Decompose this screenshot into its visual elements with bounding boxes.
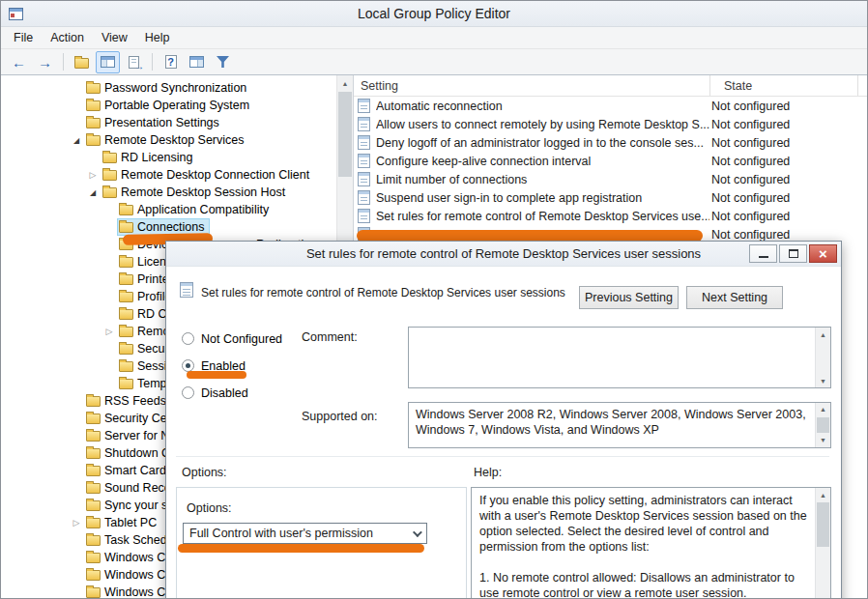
tree-item-body: Smart Card — [84, 462, 171, 479]
scroll-up-icon[interactable] — [337, 75, 353, 91]
chevron-down-icon[interactable] — [407, 525, 425, 542]
tree-item-body: RSS Feeds — [84, 392, 171, 410]
tree-collapsed-icon[interactable] — [101, 327, 117, 336]
settings-row-4[interactable]: Configure keep-alive connection interval… — [354, 152, 867, 170]
tree-expanded-icon[interactable] — [69, 136, 84, 145]
setting-name: Automatic reconnection — [376, 100, 709, 113]
window-titlebar[interactable]: Local Group Policy Editor — [1, 1, 867, 27]
radio-label: Not Configured — [201, 332, 282, 346]
up-one-level-button[interactable] — [70, 51, 94, 73]
tree-item-remote-desktop-services[interactable]: Remote Desktop Services — [1, 131, 353, 149]
dialog-titlebar[interactable]: Set rules for remote control of Remote D… — [166, 242, 841, 267]
scroll-up-icon[interactable] — [816, 403, 830, 416]
supported-on-scrollbar[interactable] — [815, 403, 830, 447]
setting-state: Not configured — [709, 191, 790, 205]
export-list-button[interactable] — [122, 51, 146, 73]
folder-icon — [86, 466, 101, 476]
previous-setting-button[interactable]: Previous Setting — [579, 286, 679, 309]
tree-item-body: Remote Desktop Session Host — [101, 184, 290, 201]
comment-scrollbar[interactable] — [815, 328, 830, 387]
settings-row-6[interactable]: Suspend user sign-in to complete app reg… — [354, 188, 867, 207]
policy-setting-icon — [358, 172, 370, 186]
tree-item-remote-desktop-session-host[interactable]: Remote Desktop Session Host — [1, 184, 353, 201]
tree-item-password-synchronization[interactable]: Password Synchronization — [1, 79, 353, 97]
tree-item-portable-operating-system[interactable]: Portable Operating System — [1, 97, 353, 114]
folder-icon — [119, 257, 133, 268]
setting-name: Set rules for remote control of Remote D… — [376, 210, 709, 223]
help-paragraph-1: If you enable this policy setting, admin… — [479, 493, 807, 555]
scroll-down-icon[interactable] — [816, 374, 830, 387]
menubar: File Action View Help — [1, 27, 867, 49]
scroll-up-icon[interactable] — [816, 328, 830, 341]
highlight-mark-dropdown — [178, 544, 424, 553]
show-console-tree-button[interactable] — [96, 51, 120, 73]
scroll-thumb[interactable] — [817, 502, 829, 547]
tree-item-remote-desktop-connection-client[interactable]: Remote Desktop Connection Client — [1, 166, 353, 184]
show-action-pane-button[interactable] — [185, 51, 209, 73]
menu-help[interactable]: Help — [136, 28, 179, 47]
tree-item-body: Application Compatibility — [117, 201, 274, 218]
tree-item-body: Remote Desktop Connection Client — [101, 166, 314, 184]
options-section-label: Options: — [182, 466, 227, 479]
help-scrollbar[interactable] — [815, 488, 830, 599]
tree-item-body: RD Licensing — [101, 149, 197, 166]
show-action-pane-icon — [189, 56, 204, 68]
column-header-setting[interactable]: Setting — [354, 75, 710, 96]
tree-collapsed-icon[interactable] — [69, 518, 84, 528]
tree-item-application-compatibility[interactable]: Application Compatibility — [1, 201, 353, 218]
tree-collapsed-icon[interactable] — [85, 170, 101, 180]
tree-item-body: Password Synchronization — [84, 79, 251, 97]
help-section-label: Help: — [474, 466, 502, 479]
scroll-up-icon[interactable] — [816, 488, 830, 501]
help-button[interactable] — [159, 51, 183, 73]
forward-button[interactable] — [33, 51, 57, 73]
maximize-button[interactable] — [779, 244, 807, 263]
remote-control-level-dropdown[interactable]: Full Control with user's permission — [183, 523, 427, 544]
tree-item-rd-licensing[interactable]: RD Licensing — [1, 149, 353, 166]
setting-name: Limit number of connections — [376, 173, 709, 186]
scroll-thumb[interactable] — [817, 417, 829, 433]
radio-disabled[interactable]: Disabled — [182, 386, 282, 399]
settings-row-7[interactable]: Set rules for remote control of Remote D… — [354, 207, 867, 225]
dropdown-selected-value: Full Control with user's permission — [189, 527, 373, 540]
comment-input[interactable] — [408, 327, 831, 388]
toolbar-separator — [63, 53, 64, 71]
settings-list-header: Setting State — [354, 75, 867, 97]
tree-item-label: Remote Desktop Connection Client — [121, 168, 309, 182]
next-setting-button[interactable]: Next Setting — [686, 286, 783, 309]
menu-file[interactable]: File — [5, 28, 42, 47]
toolbar — [1, 49, 867, 75]
scroll-thumb[interactable] — [338, 92, 352, 177]
settings-row-1[interactable]: Automatic reconnectionNot configured — [354, 97, 867, 115]
tree-item-presentation-settings[interactable]: Presentation Settings — [1, 114, 353, 131]
setting-state: Not configured — [709, 100, 790, 113]
policy-setting-icon — [358, 117, 370, 131]
settings-row-2[interactable]: Allow users to connect remotely by using… — [354, 115, 867, 133]
menu-action[interactable]: Action — [42, 28, 93, 47]
help-paragraph-2: 1. No remote control allowed: Disallows … — [479, 570, 807, 599]
filter-button[interactable] — [211, 51, 235, 73]
settings-rows: Automatic reconnectionNot configuredAllo… — [354, 97, 867, 243]
back-button[interactable] — [7, 51, 31, 73]
menu-view[interactable]: View — [93, 28, 136, 47]
tree-item-label: Remote Desktop Session Host — [121, 185, 285, 199]
scroll-down-icon[interactable] — [816, 434, 830, 447]
settings-row-3[interactable]: Deny logoff of an administrator logged i… — [354, 133, 867, 152]
show-console-tree-icon — [101, 56, 115, 68]
minimize-button[interactable] — [749, 244, 777, 263]
settings-row-5[interactable]: Limit number of connectionsNot configure… — [354, 170, 867, 188]
folder-icon — [86, 100, 101, 111]
policy-setting-icon — [358, 99, 370, 113]
radio-not-configured[interactable]: Not Configured — [182, 332, 282, 345]
toolbar-separator — [152, 53, 153, 71]
radio-button-icon[interactable] — [182, 332, 194, 345]
column-header-state[interactable]: State — [710, 75, 858, 96]
policy-name: Set rules for remote control of Remote D… — [201, 286, 565, 300]
minimize-icon — [759, 250, 768, 258]
tree-expanded-icon[interactable] — [85, 188, 101, 197]
close-button[interactable] — [809, 244, 837, 263]
policy-setting-icon — [358, 190, 370, 205]
help-icon — [165, 55, 177, 69]
folder-icon — [86, 414, 101, 424]
radio-button-icon[interactable] — [182, 386, 194, 399]
